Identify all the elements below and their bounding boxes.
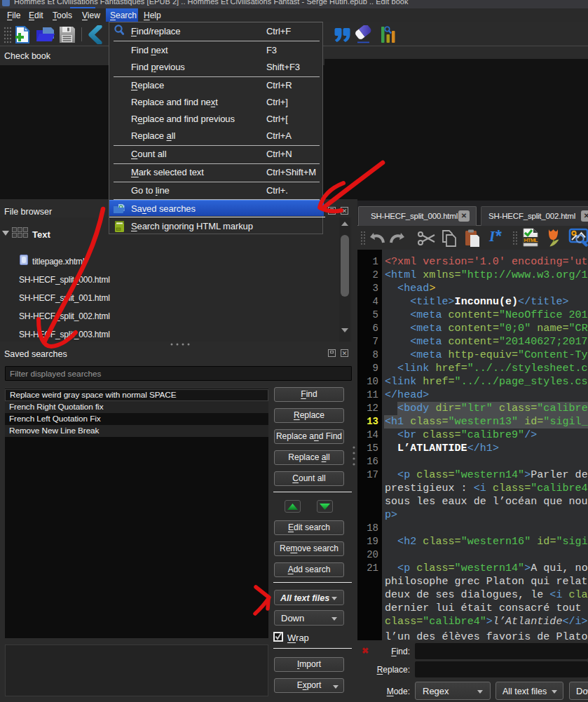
- svg-text:HTML: HTML: [524, 237, 538, 243]
